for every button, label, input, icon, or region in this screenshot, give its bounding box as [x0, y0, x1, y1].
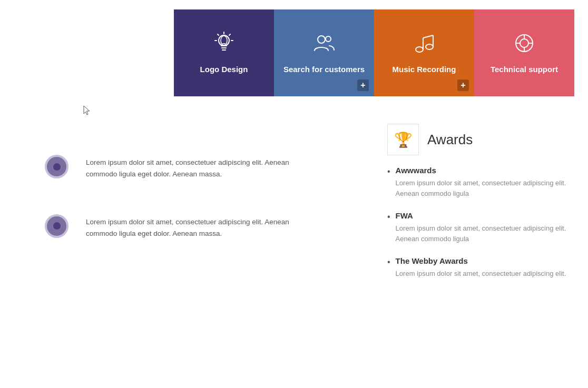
svg-line-4 [218, 34, 219, 35]
timeline-item-2: Lorem ipsum dolor sit amet, consectetuer… [42, 212, 306, 240]
timeline-section: Lorem ipsum dolor sit amet, consectetuer… [42, 153, 306, 271]
cards-row: Logo Design Search for customers + Music… [174, 9, 574, 96]
svg-line-5 [229, 34, 230, 35]
svg-line-14 [423, 35, 433, 38]
award-awwwards-desc: Lorem ipsum dolor sit amet, consectetuer… [396, 178, 577, 198]
customers-icon [312, 32, 336, 58]
support-icon [513, 32, 536, 58]
timeline-text-1: Lorem ipsum dolor sit amet, consectetuer… [86, 157, 306, 181]
svg-point-10 [416, 47, 423, 52]
award-item-webby: The Webby Awards Lorem ipsum dolor sit a… [387, 256, 577, 279]
trophy-box: 🏆 [387, 124, 419, 155]
award-item-awwwards: Awwwards Lorem ipsum dolor sit amet, con… [387, 166, 577, 198]
awards-title: Awards [427, 132, 473, 148]
award-webby-desc: Lorem ipsum dolor sit amet, consectetuer… [396, 268, 566, 279]
card-music-recording[interactable]: Music Recording + [374, 9, 474, 96]
award-item-fwa: FWA Lorem ipsum dolor sit amet, consecte… [387, 211, 577, 244]
music-plus-button[interactable]: + [457, 79, 469, 91]
lightbulb-icon [212, 32, 236, 58]
award-fwa-name: FWA [396, 211, 577, 220]
award-webby-name: The Webby Awards [396, 256, 566, 265]
card-music-label: Music Recording [393, 64, 456, 75]
timeline-dot-1 [45, 155, 68, 178]
timeline-dot-2 [45, 214, 68, 238]
award-fwa-desc: Lorem ipsum dolor sit amet, consectetuer… [396, 223, 577, 244]
awards-header: 🏆 Awards [387, 124, 577, 155]
card-logo-design-label: Logo Design [200, 64, 248, 75]
card-technical-support[interactable]: Technical support [474, 9, 574, 96]
search-plus-button[interactable]: + [357, 79, 369, 91]
card-technical-label: Technical support [491, 64, 558, 75]
card-search-customers[interactable]: Search for customers + [274, 9, 374, 96]
timeline-item-1: Lorem ipsum dolor sit amet, consectetuer… [42, 153, 306, 181]
cursor [83, 105, 91, 116]
svg-point-16 [520, 39, 528, 47]
svg-point-8 [318, 36, 325, 43]
award-awwwards-name: Awwwards [396, 166, 577, 175]
trophy-icon: 🏆 [394, 131, 413, 148]
timeline-text-2: Lorem ipsum dolor sit amet, consectetuer… [86, 216, 306, 240]
awards-section: 🏆 Awards Awwwards Lorem ipsum dolor sit … [387, 124, 577, 292]
svg-point-11 [426, 44, 433, 49]
svg-point-9 [326, 36, 331, 42]
card-logo-design[interactable]: Logo Design [174, 9, 274, 96]
awards-list: Awwwards Lorem ipsum dolor sit amet, con… [387, 166, 577, 279]
svg-point-0 [219, 35, 229, 46]
music-icon [413, 32, 436, 58]
card-search-label: Search for customers [283, 64, 365, 75]
